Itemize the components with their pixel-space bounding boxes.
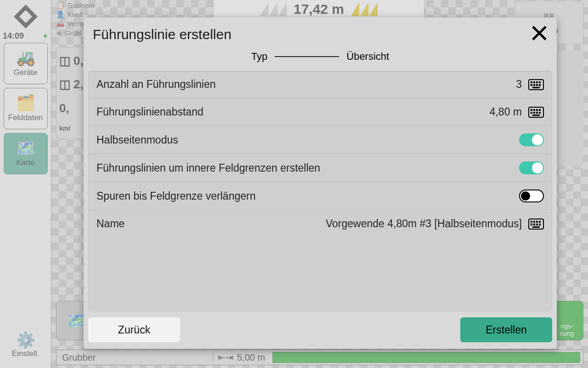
row-name[interactable]: Name Vorgewende 4,80m #3 [Halbseitenmodu… [88,210,552,237]
svg-rect-13 [532,87,540,88]
extend-toggle[interactable] [519,190,544,202]
keyboard-icon[interactable] [528,79,544,90]
step-connector [275,56,339,57]
svg-rect-9 [531,84,532,86]
name-label: Name [96,218,326,230]
svg-rect-18 [539,109,541,111]
row-spacing[interactable]: Führungslinienabstand 4,80 m [88,98,552,126]
svg-rect-27 [536,221,538,223]
inner-toggle[interactable] [519,161,544,174]
spacing-value: 4,80 m [490,106,522,118]
svg-rect-30 [533,224,535,225]
close-button[interactable] [531,25,548,44]
svg-rect-23 [532,115,540,116]
svg-rect-33 [532,226,540,228]
dialog-title: Führungslinie erstellen [93,27,232,42]
wizard-steps: Typ Übersicht [84,48,557,71]
keyboard-icon[interactable] [528,107,544,118]
svg-rect-20 [533,112,535,114]
svg-rect-16 [533,109,535,111]
halfside-label: Halbseitenmodus [96,134,519,146]
svg-rect-21 [536,112,538,114]
svg-rect-29 [531,224,532,225]
keyboard-icon[interactable] [528,218,544,230]
close-icon [531,25,548,41]
svg-rect-7 [536,81,538,83]
svg-rect-28 [539,221,541,223]
count-label: Anzahl an Führungslinien [96,78,516,91]
svg-rect-25 [531,221,532,223]
row-inner-boundaries: Führungslinien um innere Feldgrenzen ers… [88,154,552,182]
row-extend: Spuren bis Feldgrenze verlängern [88,182,552,210]
inner-label: Führungslinien um innere Feldgrenzen ers… [96,162,519,174]
svg-rect-26 [533,221,535,223]
halfside-toggle[interactable] [519,133,544,146]
svg-rect-22 [539,112,541,114]
svg-rect-31 [536,224,538,225]
spacing-label: Führungslinienabstand [96,106,490,118]
svg-rect-6 [533,81,535,83]
svg-rect-15 [531,109,532,111]
svg-rect-32 [539,224,541,225]
svg-rect-11 [536,84,538,86]
svg-rect-5 [531,81,532,83]
step-type: Typ [251,51,267,63]
svg-rect-17 [536,109,538,111]
svg-rect-12 [539,84,541,86]
create-button[interactable]: Erstellen [460,317,552,342]
row-halfside: Halbseitenmodus [88,126,552,154]
step-overview: Übersicht [346,51,389,63]
count-value: 3 [516,78,522,91]
extend-label: Spuren bis Feldgrenze verlängern [96,190,519,202]
dialog-body: Anzahl an Führungslinien 3 Führungslinie… [88,71,552,312]
svg-rect-19 [531,112,532,114]
svg-rect-10 [533,84,535,86]
svg-rect-8 [539,81,541,83]
create-guidance-dialog: Führungslinie erstellen Typ Übersicht An… [84,17,557,349]
row-guidance-count[interactable]: Anzahl an Führungslinien 3 [88,71,552,98]
name-value: Vorgewende 4,80m #3 [Halbseitenmodus] [326,218,522,230]
back-button[interactable]: Zurück [88,317,180,342]
